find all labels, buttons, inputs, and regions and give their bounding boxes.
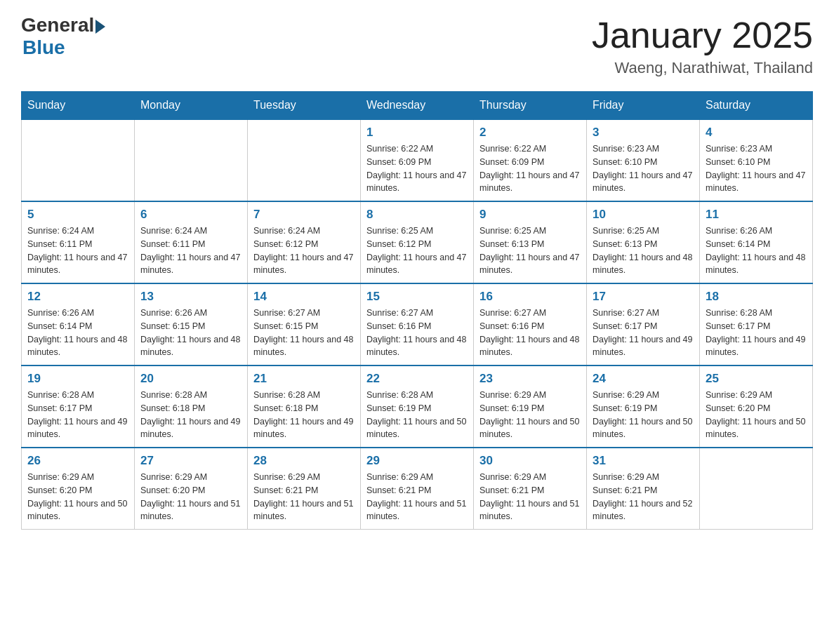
day-info: Sunrise: 6:26 AMSunset: 6:15 PMDaylight:…	[140, 307, 241, 359]
day-number: 9	[479, 208, 581, 222]
day-info: Sunrise: 6:27 AMSunset: 6:17 PMDaylight:…	[593, 307, 694, 359]
day-info: Sunrise: 6:29 AMSunset: 6:21 PMDaylight:…	[593, 471, 694, 523]
day-number: 24	[593, 372, 694, 386]
day-info: Sunrise: 6:29 AMSunset: 6:20 PMDaylight:…	[27, 471, 128, 523]
calendar-cell: 24Sunrise: 6:29 AMSunset: 6:19 PMDayligh…	[587, 365, 700, 448]
calendar-cell: 21Sunrise: 6:28 AMSunset: 6:18 PMDayligh…	[248, 365, 361, 448]
calendar-cell: 19Sunrise: 6:28 AMSunset: 6:17 PMDayligh…	[22, 365, 135, 448]
logo-arrow-icon	[95, 20, 105, 34]
calendar-header-row: SundayMondayTuesdayWednesdayThursdayFrid…	[22, 92, 813, 120]
calendar-cell: 31Sunrise: 6:29 AMSunset: 6:21 PMDayligh…	[587, 448, 700, 530]
calendar-cell	[700, 448, 813, 530]
calendar-cell: 18Sunrise: 6:28 AMSunset: 6:17 PMDayligh…	[700, 283, 813, 365]
calendar-cell	[248, 119, 361, 201]
day-number: 5	[27, 208, 128, 222]
day-number: 25	[706, 372, 807, 386]
calendar-cell: 23Sunrise: 6:29 AMSunset: 6:19 PMDayligh…	[474, 365, 587, 448]
day-number: 31	[593, 454, 694, 468]
day-number: 23	[479, 372, 581, 386]
calendar-week-row: 1Sunrise: 6:22 AMSunset: 6:09 PMDaylight…	[22, 119, 813, 201]
calendar-cell: 29Sunrise: 6:29 AMSunset: 6:21 PMDayligh…	[361, 448, 474, 530]
day-number: 18	[706, 290, 807, 304]
day-number: 2	[479, 126, 581, 140]
calendar-cell: 3Sunrise: 6:23 AMSunset: 6:10 PMDaylight…	[587, 119, 700, 201]
day-number: 19	[27, 372, 128, 386]
logo-general-text: General	[21, 14, 94, 36]
calendar-cell: 25Sunrise: 6:29 AMSunset: 6:20 PMDayligh…	[700, 365, 813, 448]
day-info: Sunrise: 6:29 AMSunset: 6:19 PMDaylight:…	[593, 389, 694, 441]
day-of-week-header: Monday	[135, 92, 248, 120]
day-number: 10	[593, 208, 694, 222]
day-of-week-header: Saturday	[700, 92, 813, 120]
calendar-cell: 15Sunrise: 6:27 AMSunset: 6:16 PMDayligh…	[361, 283, 474, 365]
day-info: Sunrise: 6:24 AMSunset: 6:11 PMDaylight:…	[140, 224, 241, 277]
day-of-week-header: Wednesday	[361, 92, 474, 120]
day-number: 12	[27, 290, 128, 304]
day-number: 6	[140, 208, 241, 222]
calendar-cell: 20Sunrise: 6:28 AMSunset: 6:18 PMDayligh…	[135, 365, 248, 448]
day-of-week-header: Friday	[587, 92, 700, 120]
day-info: Sunrise: 6:25 AMSunset: 6:13 PMDaylight:…	[479, 224, 581, 277]
calendar-cell: 7Sunrise: 6:24 AMSunset: 6:12 PMDaylight…	[248, 201, 361, 283]
day-number: 14	[253, 290, 355, 304]
day-number: 11	[706, 208, 807, 222]
day-info: Sunrise: 6:25 AMSunset: 6:12 PMDaylight:…	[366, 224, 468, 277]
page-header: General Blue January 2025 Waeng, Narathi…	[21, 14, 813, 77]
calendar-cell: 22Sunrise: 6:28 AMSunset: 6:19 PMDayligh…	[361, 365, 474, 448]
calendar-cell: 14Sunrise: 6:27 AMSunset: 6:15 PMDayligh…	[248, 283, 361, 365]
calendar-cell: 10Sunrise: 6:25 AMSunset: 6:13 PMDayligh…	[587, 201, 700, 283]
day-number: 22	[366, 372, 468, 386]
day-of-week-header: Thursday	[474, 92, 587, 120]
day-info: Sunrise: 6:23 AMSunset: 6:10 PMDaylight:…	[593, 142, 694, 195]
day-info: Sunrise: 6:23 AMSunset: 6:10 PMDaylight:…	[706, 142, 807, 195]
calendar-cell	[22, 119, 135, 201]
day-of-week-header: Tuesday	[248, 92, 361, 120]
calendar-week-row: 12Sunrise: 6:26 AMSunset: 6:14 PMDayligh…	[22, 283, 813, 365]
day-info: Sunrise: 6:28 AMSunset: 6:18 PMDaylight:…	[140, 389, 241, 441]
calendar-cell: 16Sunrise: 6:27 AMSunset: 6:16 PMDayligh…	[474, 283, 587, 365]
day-number: 1	[366, 126, 468, 140]
day-info: Sunrise: 6:24 AMSunset: 6:12 PMDaylight:…	[253, 224, 355, 277]
title-section: January 2025 Waeng, Narathiwat, Thailand	[592, 14, 813, 77]
calendar-cell: 28Sunrise: 6:29 AMSunset: 6:21 PMDayligh…	[248, 448, 361, 530]
logo: General Blue	[21, 14, 105, 59]
day-info: Sunrise: 6:27 AMSunset: 6:15 PMDaylight:…	[253, 307, 355, 359]
calendar-cell: 6Sunrise: 6:24 AMSunset: 6:11 PMDaylight…	[135, 201, 248, 283]
day-number: 3	[593, 126, 694, 140]
day-number: 15	[366, 290, 468, 304]
day-info: Sunrise: 6:29 AMSunset: 6:21 PMDaylight:…	[366, 471, 468, 523]
day-info: Sunrise: 6:27 AMSunset: 6:16 PMDaylight:…	[479, 307, 581, 359]
day-number: 26	[27, 454, 128, 468]
day-number: 21	[253, 372, 355, 386]
calendar-cell: 5Sunrise: 6:24 AMSunset: 6:11 PMDaylight…	[22, 201, 135, 283]
day-info: Sunrise: 6:29 AMSunset: 6:20 PMDaylight:…	[140, 471, 241, 523]
day-number: 27	[140, 454, 241, 468]
day-info: Sunrise: 6:29 AMSunset: 6:21 PMDaylight:…	[479, 471, 581, 523]
calendar-cell	[135, 119, 248, 201]
day-number: 8	[366, 208, 468, 222]
logo-blue-text: Blue	[22, 36, 65, 59]
calendar-cell: 8Sunrise: 6:25 AMSunset: 6:12 PMDaylight…	[361, 201, 474, 283]
day-number: 7	[253, 208, 355, 222]
day-number: 20	[140, 372, 241, 386]
day-info: Sunrise: 6:28 AMSunset: 6:17 PMDaylight:…	[27, 389, 128, 441]
calendar-cell: 27Sunrise: 6:29 AMSunset: 6:20 PMDayligh…	[135, 448, 248, 530]
day-info: Sunrise: 6:26 AMSunset: 6:14 PMDaylight:…	[27, 307, 128, 359]
calendar-cell: 1Sunrise: 6:22 AMSunset: 6:09 PMDaylight…	[361, 119, 474, 201]
day-number: 17	[593, 290, 694, 304]
calendar-cell: 4Sunrise: 6:23 AMSunset: 6:10 PMDaylight…	[700, 119, 813, 201]
day-number: 29	[366, 454, 468, 468]
day-number: 30	[479, 454, 581, 468]
day-info: Sunrise: 6:22 AMSunset: 6:09 PMDaylight:…	[366, 142, 468, 195]
month-title: January 2025	[592, 14, 813, 56]
day-info: Sunrise: 6:26 AMSunset: 6:14 PMDaylight:…	[706, 224, 807, 277]
day-number: 4	[706, 126, 807, 140]
calendar-cell: 12Sunrise: 6:26 AMSunset: 6:14 PMDayligh…	[22, 283, 135, 365]
day-info: Sunrise: 6:28 AMSunset: 6:17 PMDaylight:…	[706, 307, 807, 359]
day-of-week-header: Sunday	[22, 92, 135, 120]
calendar-week-row: 19Sunrise: 6:28 AMSunset: 6:17 PMDayligh…	[22, 365, 813, 448]
day-info: Sunrise: 6:29 AMSunset: 6:20 PMDaylight:…	[706, 389, 807, 441]
location-title: Waeng, Narathiwat, Thailand	[592, 59, 813, 77]
calendar-cell: 30Sunrise: 6:29 AMSunset: 6:21 PMDayligh…	[474, 448, 587, 530]
day-info: Sunrise: 6:28 AMSunset: 6:19 PMDaylight:…	[366, 389, 468, 441]
